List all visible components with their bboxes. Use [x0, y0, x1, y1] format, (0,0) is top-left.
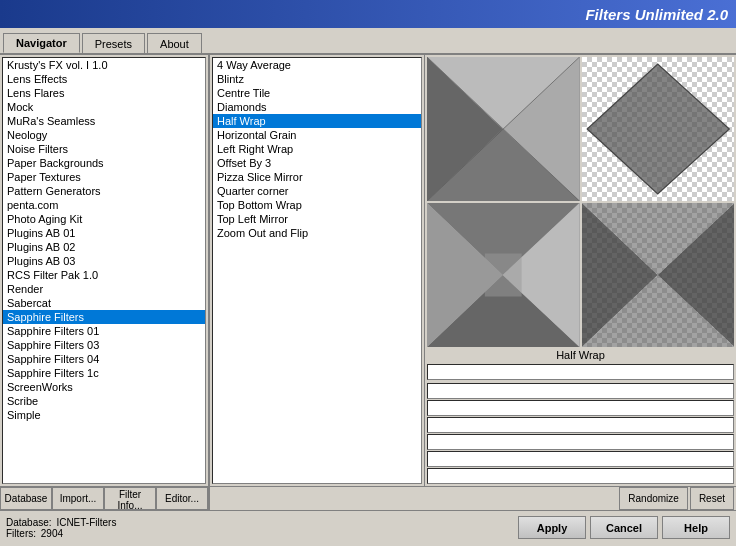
apply-button[interactable]: Apply [518, 516, 586, 539]
main-content: Krusty's FX vol. I 1.0Lens EffectsLens F… [0, 54, 736, 510]
list-item[interactable]: Plugins AB 01 [3, 226, 205, 240]
status-bar: Database: ICNET-Filters Filters: 2904 Ap… [0, 510, 736, 544]
list-item[interactable]: Mock [3, 100, 205, 114]
list-item[interactable]: Sapphire Filters 1c [3, 366, 205, 380]
preview-row-5 [427, 451, 734, 467]
list-item[interactable]: Scribe [3, 394, 205, 408]
filter-list[interactable]: Krusty's FX vol. I 1.0Lens EffectsLens F… [3, 58, 205, 483]
list-item[interactable]: Paper Backgrounds [3, 156, 205, 170]
list-item[interactable]: Neology [3, 128, 205, 142]
preview-top-left [427, 57, 580, 201]
list-item[interactable]: ScreenWorks [3, 380, 205, 394]
database-label: Database: [6, 517, 52, 528]
list-item[interactable]: RCS Filter Pak 1.0 [3, 268, 205, 282]
preview-row-2 [427, 400, 734, 416]
list-item[interactable]: Paper Textures [3, 170, 205, 184]
list-item[interactable]: Quarter corner [213, 184, 421, 198]
preview-row-6 [427, 468, 734, 484]
title-bar: Filters Unlimited 2.0 [0, 0, 736, 28]
list-item[interactable]: Pizza Slice Mirror [213, 170, 421, 184]
preview-row-4 [427, 434, 734, 450]
reset-button[interactable]: Reset [690, 487, 734, 510]
tab-presets[interactable]: Presets [82, 33, 145, 53]
list-item[interactable]: Simple [3, 408, 205, 422]
list-item[interactable]: Noise Filters [3, 142, 205, 156]
list-item[interactable]: Sapphire Filters 04 [3, 352, 205, 366]
svg-marker-7 [587, 64, 729, 194]
list-item[interactable]: Sapphire Filters 03 [3, 338, 205, 352]
editor-button[interactable]: Editor... [156, 487, 208, 510]
list-item[interactable]: Diamonds [213, 100, 421, 114]
preview-top-right [582, 57, 735, 201]
filter-info-button[interactable]: Filter Info... [104, 487, 156, 510]
filters-info: Filters: 2904 [6, 528, 116, 539]
preview-rows [427, 383, 734, 484]
list-item[interactable]: Sabercat [3, 296, 205, 310]
preview-input-1[interactable] [427, 364, 734, 380]
list-item[interactable]: Sapphire Filters [3, 310, 205, 324]
tab-bar: Navigator Presets About [0, 28, 736, 54]
status-info: Database: ICNET-Filters Filters: 2904 [6, 517, 116, 539]
list-item[interactable]: Top Bottom Wrap [213, 198, 421, 212]
preview-row-3 [427, 417, 734, 433]
cancel-button[interactable]: Cancel [590, 516, 658, 539]
list-item[interactable]: Horizontal Grain [213, 128, 421, 142]
preview-images [427, 57, 734, 347]
list-item[interactable]: Left Right Wrap [213, 142, 421, 156]
tab-about[interactable]: About [147, 33, 202, 53]
list-item[interactable]: penta.com [3, 198, 205, 212]
list-item[interactable]: Pattern Generators [3, 184, 205, 198]
help-button[interactable]: Help [662, 516, 730, 539]
list-item[interactable]: Sapphire Filters 01 [3, 324, 205, 338]
list-item[interactable]: 4 Way Average [213, 58, 421, 72]
bottom-toolbar-right: Randomize Reset [210, 486, 736, 510]
list-item[interactable]: Blintz [213, 72, 421, 86]
middle-section: 4 Way AverageBlintzCentre TileDiamondsHa… [210, 55, 736, 486]
database-info: Database: ICNET-Filters [6, 517, 116, 528]
list-item[interactable]: Top Left Mirror [213, 212, 421, 226]
left-panel: Krusty's FX vol. I 1.0Lens EffectsLens F… [0, 55, 210, 510]
bottom-toolbar-left: Database Import... Filter Info... Editor… [0, 486, 208, 510]
filters-value: 2904 [41, 528, 63, 539]
svg-marker-15 [485, 253, 522, 296]
status-buttons: Apply Cancel Help [518, 516, 730, 539]
list-item[interactable]: Plugins AB 03 [3, 254, 205, 268]
tab-navigator[interactable]: Navigator [3, 33, 80, 53]
import-button[interactable]: Import... [52, 487, 104, 510]
app-title: Filters Unlimited 2.0 [585, 6, 728, 23]
preview-bottom-right [582, 203, 735, 347]
list-item[interactable]: Lens Flares [3, 86, 205, 100]
list-item[interactable]: Plugins AB 02 [3, 240, 205, 254]
filters-label: Filters: [6, 528, 36, 539]
preview-area: Half Wrap [425, 55, 736, 486]
filter-list-container: Krusty's FX vol. I 1.0Lens EffectsLens F… [2, 57, 206, 484]
right-panel: 4 Way AverageBlintzCentre TileDiamondsHa… [210, 55, 736, 510]
list-item[interactable]: Render [3, 282, 205, 296]
randomize-button[interactable]: Randomize [619, 487, 688, 510]
sub-list-container: 4 Way AverageBlintzCentre TileDiamondsHa… [210, 55, 425, 486]
list-item[interactable]: Centre Tile [213, 86, 421, 100]
sub-filter-list[interactable]: 4 Way AverageBlintzCentre TileDiamondsHa… [212, 57, 422, 484]
list-item[interactable]: MuRa's Seamless [3, 114, 205, 128]
preview-label: Half Wrap [427, 347, 734, 363]
list-item[interactable]: Lens Effects [3, 72, 205, 86]
database-button[interactable]: Database [0, 487, 52, 510]
list-item[interactable]: Half Wrap [213, 114, 421, 128]
database-value: ICNET-Filters [56, 517, 116, 528]
list-item[interactable]: Photo Aging Kit [3, 212, 205, 226]
preview-bottom-left [427, 203, 580, 347]
list-item[interactable]: Krusty's FX vol. I 1.0 [3, 58, 205, 72]
list-item[interactable]: Offset By 3 [213, 156, 421, 170]
list-item[interactable]: Zoom Out and Flip [213, 226, 421, 240]
preview-row-1 [427, 383, 734, 399]
